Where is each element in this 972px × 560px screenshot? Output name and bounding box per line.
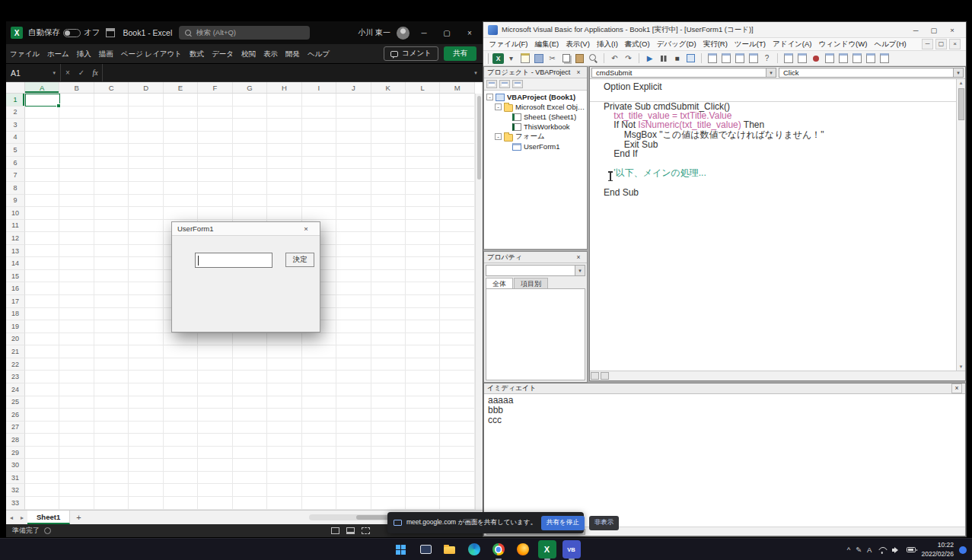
indent-button[interactable] <box>782 52 795 65</box>
cell-L24[interactable] <box>406 383 440 396</box>
cell-F6[interactable] <box>198 157 232 170</box>
cell-L16[interactable] <box>406 282 440 295</box>
toggle-folders-button[interactable] <box>512 80 523 88</box>
help-button[interactable]: ? <box>760 52 773 65</box>
vba-menu-item-1[interactable]: ファイル(F) <box>486 40 531 49</box>
cell-G3[interactable] <box>233 119 267 132</box>
cell-F1[interactable] <box>198 94 232 107</box>
row-header-25[interactable]: 25 <box>6 396 25 409</box>
cell-G8[interactable] <box>233 182 267 195</box>
cell-K11[interactable] <box>371 220 406 233</box>
cell-L7[interactable] <box>406 169 440 182</box>
cell-I8[interactable] <box>302 182 336 195</box>
cell-K1[interactable] <box>371 94 406 107</box>
cell-G9[interactable] <box>233 195 267 208</box>
cell-B18[interactable] <box>59 308 94 321</box>
cell-J29[interactable] <box>336 447 371 460</box>
cell-L10[interactable] <box>406 207 440 220</box>
cell-F20[interactable] <box>198 333 232 346</box>
cell-D18[interactable] <box>129 308 163 321</box>
cell-D13[interactable] <box>129 245 163 258</box>
cell-E27[interactable] <box>164 422 198 434</box>
vba-menu-item-7[interactable]: 実行(R) <box>700 40 731 49</box>
cell-G10[interactable] <box>233 207 267 220</box>
cell-A33[interactable] <box>25 497 59 510</box>
cell-J17[interactable] <box>336 295 371 308</box>
cell-D32[interactable] <box>129 484 163 497</box>
properties-panel-close-button[interactable]: × <box>573 253 584 261</box>
cell-M28[interactable] <box>440 434 474 447</box>
column-header-D[interactable]: D <box>129 82 163 93</box>
cell-F27[interactable] <box>198 422 232 434</box>
column-header-E[interactable]: E <box>164 82 198 93</box>
child-close-button[interactable]: × <box>949 39 961 49</box>
cell-A20[interactable] <box>25 333 59 346</box>
ime-mode-indicator[interactable]: A <box>867 546 872 554</box>
column-header-I[interactable]: I <box>302 82 336 93</box>
vba-menu-item-11[interactable]: ヘルプ(H) <box>871 40 910 49</box>
immediate-close-button[interactable]: × <box>951 383 962 393</box>
row-header-13[interactable]: 13 <box>6 245 25 258</box>
cell-I28[interactable] <box>302 434 336 447</box>
hide-toast-button[interactable]: 非表示 <box>589 516 620 530</box>
cell-A12[interactable] <box>25 232 59 245</box>
cell-G4[interactable] <box>233 132 267 145</box>
cell-D33[interactable] <box>129 497 163 510</box>
cell-E26[interactable] <box>164 409 198 422</box>
cell-C1[interactable] <box>94 94 129 107</box>
view-excel-caret[interactable]: ▾ <box>505 52 518 65</box>
row-header-4[interactable]: 4 <box>6 132 25 145</box>
cell-B30[interactable] <box>59 459 94 472</box>
cell-K17[interactable] <box>371 295 406 308</box>
cell-C18[interactable] <box>94 308 129 321</box>
cell-L30[interactable] <box>406 459 440 472</box>
dropdown-caret-icon[interactable]: ▾ <box>575 266 585 275</box>
comments-button[interactable]: コメント <box>384 46 438 61</box>
cell-B17[interactable] <box>59 295 94 308</box>
column-header-J[interactable]: J <box>336 82 371 93</box>
cell-C21[interactable] <box>94 345 129 358</box>
cell-H22[interactable] <box>267 358 301 371</box>
cell-F29[interactable] <box>198 447 232 460</box>
volume-icon[interactable] <box>892 546 901 554</box>
row-header-20[interactable]: 20 <box>6 333 25 346</box>
close-button[interactable]: × <box>461 29 478 37</box>
cell-F4[interactable] <box>198 132 232 145</box>
ribbon-tab-6[interactable]: 数式 <box>186 44 208 64</box>
cell-C29[interactable] <box>94 447 129 460</box>
cell-I21[interactable] <box>302 345 336 358</box>
cell-F2[interactable] <box>198 107 232 119</box>
task-view-button[interactable] <box>416 540 435 558</box>
cell-A24[interactable] <box>25 383 59 396</box>
cell-G22[interactable] <box>233 358 267 371</box>
cell-G7[interactable] <box>233 169 267 182</box>
cell-B1[interactable] <box>59 94 94 107</box>
cell-H23[interactable] <box>267 371 301 383</box>
row-header-22[interactable]: 22 <box>6 358 25 371</box>
cell-K24[interactable] <box>371 383 406 396</box>
cell-M12[interactable] <box>440 232 474 245</box>
cell-M32[interactable] <box>440 484 474 497</box>
row-header-5[interactable]: 5 <box>6 144 25 157</box>
cell-D8[interactable] <box>129 182 163 195</box>
procedure-dropdown[interactable]: Click ▾ <box>779 68 964 78</box>
vbe-button[interactable]: VB <box>562 540 581 558</box>
cell-C22[interactable] <box>94 358 129 371</box>
paste-button[interactable] <box>573 52 586 65</box>
user-name[interactable]: 小川 東一 <box>358 27 390 38</box>
cell-H30[interactable] <box>267 459 301 472</box>
cell-K18[interactable] <box>371 308 406 321</box>
cell-J24[interactable] <box>336 383 371 396</box>
cell-C2[interactable] <box>94 107 129 119</box>
cell-K8[interactable] <box>371 182 406 195</box>
cell-H4[interactable] <box>267 132 301 145</box>
cell-C26[interactable] <box>94 409 129 422</box>
cell-G30[interactable] <box>233 459 267 472</box>
cell-A29[interactable] <box>25 447 59 460</box>
cell-L13[interactable] <box>406 245 440 258</box>
cell-E29[interactable] <box>164 447 198 460</box>
column-header-G[interactable]: G <box>233 82 267 93</box>
procedure-view-button[interactable] <box>591 372 599 380</box>
cell-A21[interactable] <box>25 345 59 358</box>
row-header-2[interactable]: 2 <box>6 107 25 119</box>
